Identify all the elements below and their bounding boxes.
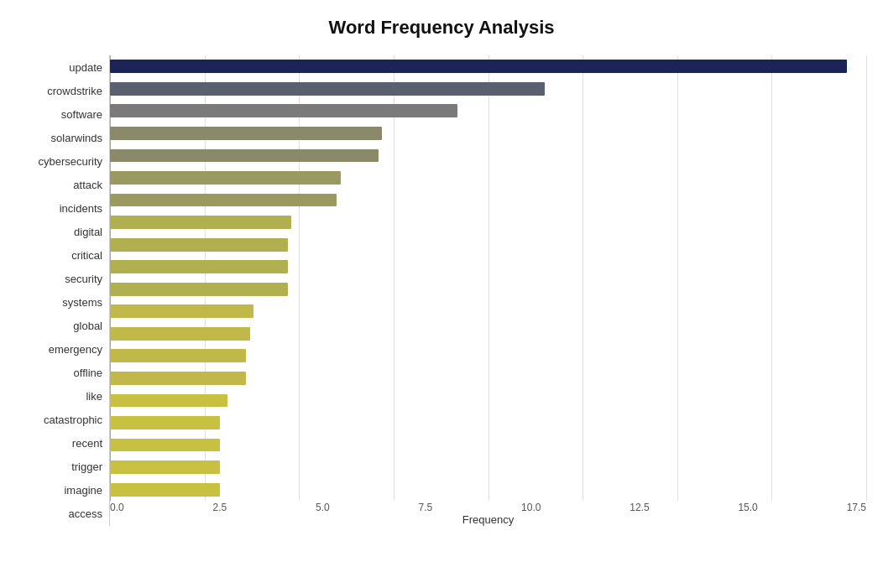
- bar-imagine: [110, 461, 220, 474]
- bar-row-trigger: [110, 434, 866, 456]
- y-label-digital: digital: [74, 220, 102, 243]
- y-label-incidents: incidents: [60, 196, 102, 220]
- y-label-systems: systems: [62, 290, 102, 314]
- bar-software: [110, 104, 457, 117]
- x-tick-6: 15.0: [738, 502, 757, 513]
- y-label-like: like: [86, 385, 102, 408]
- bar-cybersecurity: [110, 149, 379, 163]
- y-axis-labels: updatecrowdstrikesoftwaresolarwindscyber…: [17, 55, 109, 526]
- bar-row-offline: [110, 345, 866, 367]
- bar-trigger: [110, 439, 220, 452]
- bar-row-emergency: [110, 323, 866, 346]
- bar-catastrophic: [110, 394, 227, 408]
- bar-update: [110, 60, 847, 73]
- bar-row-digital: [110, 211, 866, 234]
- x-tick-5: 12.5: [630, 502, 649, 513]
- bar-critical: [110, 238, 288, 252]
- y-label-attack: attack: [73, 173, 102, 196]
- y-label-cybersecurity: cybersecurity: [38, 149, 102, 173]
- bar-like: [110, 372, 246, 385]
- grid-line: [866, 55, 867, 501]
- y-label-security: security: [65, 267, 102, 290]
- y-label-crowdstrike: crowdstrike: [47, 79, 102, 102]
- y-label-global: global: [73, 315, 102, 338]
- bar-digital: [110, 216, 291, 229]
- bar-row-software: [110, 100, 866, 122]
- chart-title: Word Frequency Analysis: [17, 17, 866, 39]
- bar-row-security: [110, 256, 866, 278]
- bar-row-cybersecurity: [110, 144, 866, 167]
- bar-row-global: [110, 300, 866, 323]
- y-label-imagine: imagine: [64, 479, 102, 502]
- bar-row-update: [110, 55, 866, 78]
- y-label-emergency: emergency: [49, 338, 102, 362]
- y-label-catastrophic: catastrophic: [44, 408, 102, 432]
- bar-attack: [110, 171, 341, 185]
- bar-crowdstrike: [110, 82, 545, 96]
- bar-row-solarwinds: [110, 122, 866, 145]
- x-axis-label: Frequency: [110, 513, 866, 526]
- bar-global: [110, 304, 253, 318]
- y-label-software: software: [61, 102, 102, 126]
- bar-systems: [110, 283, 288, 296]
- bar-offline: [110, 349, 246, 362]
- bar-security: [110, 260, 288, 273]
- bar-access: [110, 483, 220, 497]
- bar-emergency: [110, 327, 250, 341]
- bar-row-catastrophic: [110, 389, 866, 412]
- x-tick-1: 2.5: [213, 502, 227, 513]
- x-tick-3: 7.5: [419, 502, 433, 513]
- bar-row-crowdstrike: [110, 78, 866, 101]
- chart-area: updatecrowdstrikesoftwaresolarwindscyber…: [17, 55, 866, 526]
- x-tick-7: 17.5: [847, 502, 866, 513]
- y-label-trigger: trigger: [71, 455, 102, 479]
- bar-row-imagine: [110, 456, 866, 479]
- chart-container: Word Frequency Analysis updatecrowdstrik…: [0, 0, 883, 588]
- y-label-offline: offline: [74, 362, 102, 385]
- bar-row-systems: [110, 278, 866, 300]
- x-tick-2: 5.0: [316, 502, 330, 513]
- bar-recent: [110, 416, 220, 429]
- bar-row-access: [110, 478, 866, 501]
- bar-solarwinds: [110, 127, 382, 140]
- plot-area: 0.02.55.07.510.012.515.017.5 Frequency: [109, 55, 866, 526]
- y-label-access: access: [69, 502, 102, 526]
- x-tick-4: 10.0: [521, 502, 541, 513]
- bar-incidents: [110, 194, 337, 207]
- bar-row-incidents: [110, 189, 866, 211]
- x-tick-0: 0.0: [110, 502, 124, 513]
- bar-row-like: [110, 367, 866, 390]
- bar-row-attack: [110, 167, 866, 190]
- y-label-solarwinds: solarwinds: [51, 126, 102, 149]
- y-label-critical: critical: [71, 243, 102, 267]
- y-label-update: update: [69, 55, 102, 79]
- y-label-recent: recent: [72, 432, 102, 455]
- bar-row-critical: [110, 233, 866, 256]
- bar-row-recent: [110, 412, 866, 434]
